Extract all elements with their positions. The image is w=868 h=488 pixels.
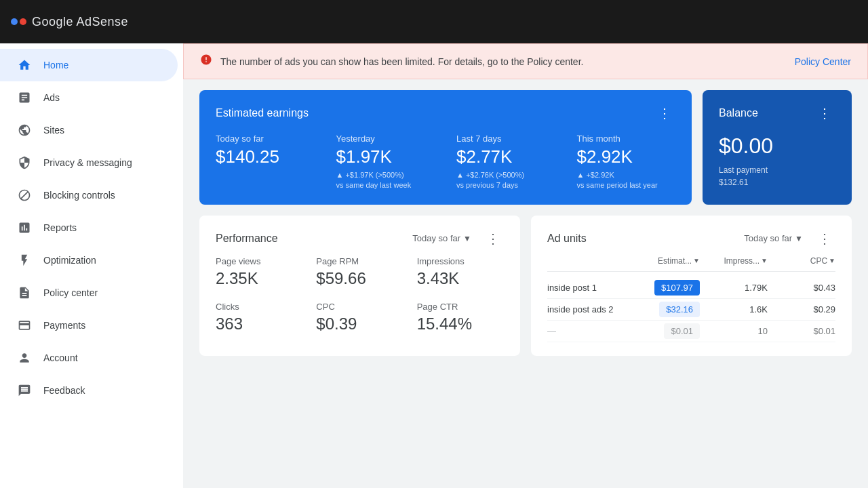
- ad-table-header: Estimat... ▼ Impress... ▼ CPC ▼: [547, 256, 835, 272]
- account-icon: [16, 350, 33, 366]
- perf-impressions-value: 3.43K: [417, 269, 504, 288]
- main-content: The number of ads you can show has been …: [183, 43, 868, 488]
- metric-today-label: Today so far: [216, 134, 315, 144]
- dashboard: Estimated earnings ⋮ Today so far $140.2…: [183, 79, 868, 367]
- sidebar-item-payments[interactable]: Payments: [0, 309, 178, 342]
- metric-thismonth-label: This month: [577, 134, 676, 144]
- perf-metric-pagectr: Page CTR 15.44%: [417, 302, 504, 333]
- ad-col-impressions[interactable]: Impress... ▼: [700, 256, 768, 266]
- metric-thismonth-value: $2.92K: [577, 146, 676, 167]
- performance-card: Performance Today so far ▼ ⋮: [199, 216, 520, 356]
- ad-row-impressions-2: 1.6K: [700, 304, 768, 314]
- perf-period-selector[interactable]: Today so far ▼: [407, 230, 477, 246]
- ad-row-estimate-2: $32.16: [632, 304, 700, 314]
- sidebar-item-home[interactable]: Home: [0, 49, 178, 81]
- ad-row-cpc-2: $0.29: [768, 304, 835, 314]
- sort-cpc-icon: ▼: [829, 257, 835, 264]
- ad-row-estimate-1: $107.97: [632, 283, 700, 293]
- ad-units-card: Ad units Today so far ▼ ⋮: [531, 216, 852, 356]
- logo-area: Google AdSense: [11, 15, 128, 29]
- ad-row-impressions-1: 1.79K: [700, 283, 768, 293]
- balance-menu-button[interactable]: ⋮: [814, 104, 835, 123]
- ads-icon: [16, 89, 33, 106]
- sidebar-item-privacy[interactable]: Privacy & messaging: [0, 146, 178, 179]
- bottom-row: Performance Today so far ▼ ⋮: [199, 216, 852, 356]
- metric-yesterday: Yesterday $1.97K ▲ +$1.97K (>500%) vs sa…: [336, 134, 435, 191]
- ad-chevron-icon: ▼: [795, 234, 803, 243]
- ad-units-menu-button[interactable]: ⋮: [814, 229, 835, 248]
- earnings-row: Estimated earnings ⋮ Today so far $140.2…: [199, 90, 852, 205]
- perf-cpc-label: CPC: [316, 302, 403, 312]
- ad-table-row: inside post ads 2 $32.16 1.6K $0.29: [547, 299, 835, 321]
- sidebar-item-blocking[interactable]: Blocking controls: [0, 179, 178, 211]
- earnings-menu-button[interactable]: ⋮: [654, 104, 675, 123]
- policy-icon: [16, 285, 33, 301]
- sidebar-item-account[interactable]: Account: [0, 342, 178, 374]
- policy-center-link[interactable]: Policy Center: [795, 56, 851, 67]
- ad-units-title: Ad units: [547, 232, 587, 245]
- sidebar-item-sites[interactable]: Sites: [0, 114, 178, 146]
- perf-metric-clicks: Clicks 363: [216, 302, 302, 333]
- ad-row-cpc-1: $0.43: [768, 283, 835, 293]
- ad-col-cpc[interactable]: CPC ▼: [768, 256, 835, 266]
- metric-last7-change: ▲ +$2.76K (>500%) vs previous 7 days: [456, 170, 555, 191]
- sidebar-label-sites: Sites: [43, 125, 64, 136]
- reports-icon: [16, 220, 33, 236]
- alert-banner: The number of ads you can show has been …: [183, 43, 868, 79]
- ad-row-name-2: inside post ads 2: [547, 304, 632, 314]
- ad-estimate-3: $0.01: [664, 323, 700, 339]
- perf-clicks-value: 363: [216, 314, 302, 333]
- perf-pagectr-value: 15.44%: [417, 314, 504, 333]
- privacy-icon: [16, 155, 33, 171]
- ad-row-name-1: inside post 1: [547, 283, 632, 293]
- sidebar-label-blocking: Blocking controls: [43, 190, 115, 201]
- metric-today: Today so far $140.25: [216, 134, 315, 191]
- ad-period-selector[interactable]: Today so far ▼: [738, 230, 808, 246]
- balance-card-header: Balance ⋮: [719, 104, 835, 123]
- payments-icon: [16, 317, 33, 333]
- perf-header: Performance Today so far ▼ ⋮: [216, 229, 504, 248]
- sidebar-label-home: Home: [43, 60, 68, 70]
- perf-title: Performance: [216, 232, 278, 245]
- perf-clicks-label: Clicks: [216, 302, 302, 312]
- balance-card: Balance ⋮ $0.00 Last payment $132.61: [703, 90, 852, 205]
- sidebar-item-policy[interactable]: Policy center: [0, 277, 178, 309]
- ad-row-name-3: —: [547, 326, 632, 336]
- home-icon: [16, 57, 33, 73]
- balance-last-payment: Last payment $132.61: [719, 164, 835, 188]
- ad-row-cpc-3: $0.01: [768, 326, 835, 336]
- ad-estimate-highlight-1: $107.97: [654, 280, 700, 296]
- perf-menu-button[interactable]: ⋮: [482, 229, 504, 248]
- sidebar-label-privacy: Privacy & messaging: [43, 157, 132, 168]
- metric-thismonth-change: ▲ +$2.92K vs same period last year: [577, 170, 676, 191]
- perf-metric-cpc: CPC $0.39: [316, 302, 403, 333]
- ad-row-impressions-3: 10: [700, 326, 768, 336]
- perf-pageviews-value: 2.35K: [216, 269, 302, 288]
- logo-dots: [11, 18, 26, 25]
- sidebar-label-optimization: Optimization: [43, 255, 96, 266]
- top-bar: Google AdSense: [0, 0, 868, 43]
- ad-col-estimate[interactable]: Estimat... ▼: [632, 256, 700, 266]
- perf-metric-pageviews: Page views 2.35K: [216, 256, 302, 288]
- sidebar-label-payments: Payments: [43, 320, 85, 331]
- metric-yesterday-value: $1.97K: [336, 146, 435, 167]
- sidebar-item-optimization[interactable]: Optimization: [0, 244, 178, 277]
- perf-pagectr-label: Page CTR: [417, 302, 504, 312]
- earnings-metrics: Today so far $140.25 Yesterday $1.97K ▲ …: [216, 134, 675, 191]
- earnings-card: Estimated earnings ⋮ Today so far $140.2…: [199, 90, 692, 205]
- perf-metrics: Page views 2.35K Page RPM $59.66 Impress…: [216, 256, 504, 333]
- metric-yesterday-label: Yesterday: [336, 134, 435, 144]
- sidebar-label-ads: Ads: [43, 92, 60, 103]
- sidebar-item-feedback[interactable]: Feedback: [0, 374, 178, 407]
- balance-title: Balance: [719, 107, 758, 119]
- main-area: Home Ads Sites Privacy & m: [0, 43, 868, 488]
- sidebar-label-account: Account: [43, 352, 78, 363]
- perf-period-label: Today so far: [412, 233, 460, 243]
- ad-table-row: inside post 1 $107.97 1.79K $0.43: [547, 277, 835, 299]
- last-payment-value: $132.61: [719, 178, 748, 187]
- alert-text: The number of ads you can show has been …: [220, 56, 787, 67]
- earnings-title: Estimated earnings: [216, 107, 309, 119]
- sort-estimate-icon: ▼: [693, 257, 700, 264]
- sidebar-item-ads[interactable]: Ads: [0, 81, 178, 114]
- sidebar-item-reports[interactable]: Reports: [0, 211, 178, 244]
